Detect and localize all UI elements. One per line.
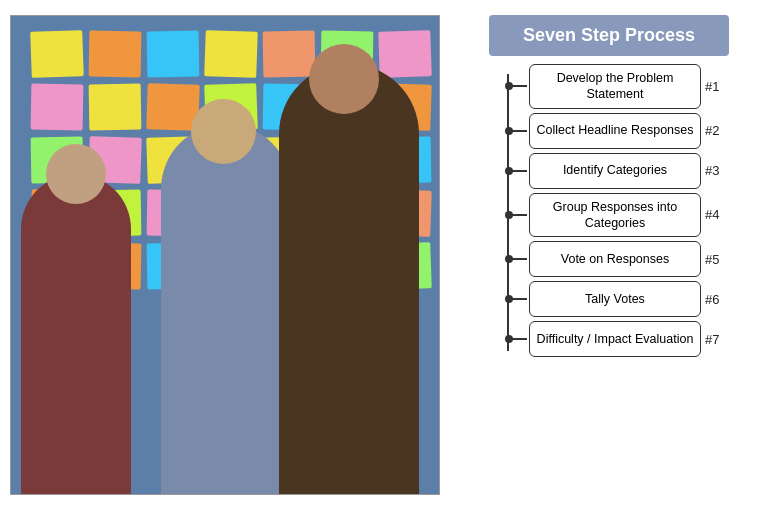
step-row: Group Responses into Categories#4 [489,193,729,238]
step-dot [505,295,513,303]
step-row: Collect Headline Responses#2 [489,113,729,149]
step-connector [489,167,529,175]
step-number-7: #7 [701,332,729,347]
step-box-7: Difficulty / Impact Evaluation [529,321,701,357]
step-dot [505,255,513,263]
step-row: Identify Categories#3 [489,153,729,189]
step-connector [489,127,529,135]
step-connector [489,255,529,263]
step-connector [489,82,529,90]
step-dot [505,167,513,175]
step-dot [505,127,513,135]
step-number-1: #1 [701,79,729,94]
step-box-1: Develop the Problem Statement [529,64,701,109]
step-box-6: Tally Votes [529,281,701,317]
step-connector [489,335,529,343]
step-box-2: Collect Headline Responses [529,113,701,149]
step-number-5: #5 [701,252,729,267]
steps-list: Develop the Problem Statement#1Collect H… [489,64,729,361]
step-dot [505,211,513,219]
step-dot [505,82,513,90]
right-panel: Seven Step Process Develop the Problem S… [460,10,758,361]
step-box-4: Group Responses into Categories [529,193,701,238]
step-dot [505,335,513,343]
panel-title: Seven Step Process [489,15,729,56]
step-box-5: Vote on Responses [529,241,701,277]
step-row: Vote on Responses#5 [489,241,729,277]
step-connector [489,295,529,303]
photo-image [10,15,440,495]
step-row: Tally Votes#6 [489,281,729,317]
step-connector [489,211,529,219]
step-number-6: #6 [701,292,729,307]
step-row: Develop the Problem Statement#1 [489,64,729,109]
step-row: Difficulty / Impact Evaluation#7 [489,321,729,357]
step-box-3: Identify Categories [529,153,701,189]
main-container: Seven Step Process Develop the Problem S… [0,0,768,523]
step-number-3: #3 [701,163,729,178]
photo-section [10,10,440,500]
step-number-2: #2 [701,123,729,138]
step-number-4: #4 [701,207,729,222]
